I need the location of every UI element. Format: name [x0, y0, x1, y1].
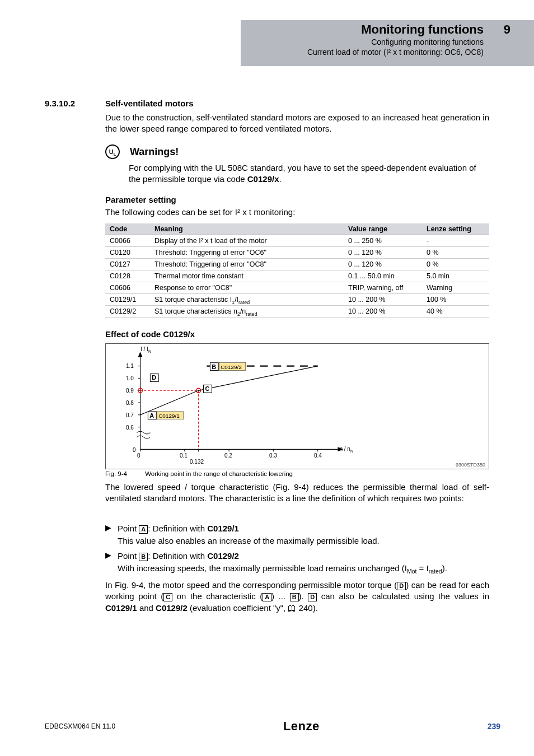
t: C0129/1	[207, 524, 239, 533]
sq-b: B	[139, 553, 148, 561]
xtick-extra: 0.132	[190, 459, 204, 465]
ytick: 1.0	[126, 375, 134, 381]
cell: 10 ... 200 %	[344, 306, 422, 318]
warnings-text-a: For complying with the UL 508C standard,…	[129, 163, 476, 184]
final-para: In Fig. 9-4, the motor speed and the cor…	[105, 580, 489, 614]
bullet-2-sub: With increasing speeds, the maximally pe…	[118, 563, 489, 574]
cell: C0120	[105, 247, 150, 259]
svg-text:C: C	[205, 385, 209, 392]
cell: S1 torque characteristic I1/Irated	[150, 294, 344, 306]
cell: C0127	[105, 259, 150, 270]
xtick: 0.1	[180, 452, 188, 459]
xtick: 0.3	[269, 452, 277, 459]
header-bar: Monitoring functions Configuring monitor…	[241, 20, 534, 66]
table-row: C0127Threshold: Triggering of error "OC8…	[105, 259, 489, 270]
cell: C0129/1	[105, 294, 150, 306]
table-header-row: Code Meaning Value range Lenze setting	[105, 223, 489, 235]
t: : Definition with	[148, 524, 207, 533]
header-sub1: Configuring monitoring functions	[249, 37, 484, 47]
xtick: 0	[137, 452, 140, 459]
t: Point	[118, 524, 139, 533]
ul-icon: UL	[105, 144, 120, 159]
xtick: 0.2	[224, 452, 232, 459]
th-setting: Lenze setting	[422, 223, 489, 235]
svg-text:A: A	[149, 412, 154, 419]
effect-block: Effect of code C0129/x	[105, 329, 489, 477]
t: : Definition with	[148, 551, 207, 561]
t: Point	[118, 551, 139, 561]
footer: EDBCSXM064 EN 11.0 Lenze 239	[45, 719, 500, 734]
svg-text:B: B	[212, 363, 216, 370]
cell: 100 %	[422, 294, 489, 306]
bullet-2: ▶ Point B: Definition with C0129/2	[105, 550, 489, 562]
doc-id: EDBCSXM064 EN 11.0	[45, 722, 115, 730]
t: C0129/2	[156, 603, 188, 613]
param-heading: Parameter setting	[105, 195, 489, 204]
ytick: 0.6	[126, 424, 134, 431]
t: on the characteristic (	[172, 591, 263, 601]
section-number: 9.3.10.2	[45, 99, 75, 108]
t: can also be calculated using the values …	[317, 591, 489, 601]
chart-ref: 9300STD350	[456, 462, 485, 468]
cell: Response to error "OC8"	[150, 282, 344, 294]
cell: S1 torque characteristics n2/nrated	[150, 306, 344, 318]
t: C0129/1	[105, 603, 137, 613]
svg-marker-1	[138, 352, 143, 357]
t: = I	[416, 563, 428, 573]
cell: 5.0 min	[422, 270, 489, 282]
fig-text: Working point in the range of characteri…	[145, 470, 293, 477]
table-row: C0129/2S1 torque characteristics n2/nrat…	[105, 306, 489, 318]
warnings-block: UL Warnings! For complying with the UL 5…	[105, 144, 489, 185]
cell: 40 %	[422, 306, 489, 318]
section-title: Self-ventilated motors	[105, 99, 489, 108]
ytick: 0.7	[126, 412, 134, 418]
chart-svg: A B C D C0129/1 C0129/2	[106, 344, 489, 469]
y-axis-label: I / IN	[140, 346, 151, 352]
cell: TRIP, warning, off	[344, 282, 422, 294]
cell: 0 ... 120 %	[344, 247, 422, 259]
sq-d2: D	[308, 593, 317, 601]
warnings-title: Warnings!	[130, 146, 179, 158]
warnings-text-b: .	[279, 174, 282, 184]
header-title: Monitoring functions	[249, 22, 484, 37]
cell: C0129/2	[105, 306, 150, 318]
bullets: ▶ Point A: Definition with C0129/1 This …	[105, 520, 489, 614]
ytick: 0.9	[126, 388, 134, 394]
t: With increasing speeds, the maximally pe…	[118, 563, 407, 573]
section-intro: Due to the construction, self-ventilated…	[105, 112, 489, 135]
sq-c: C	[163, 593, 172, 601]
xtick: 0.4	[314, 452, 322, 459]
bullet-icon: ▶	[105, 550, 118, 562]
cell: Warning	[422, 282, 489, 294]
lenze-logo: Lenze	[283, 719, 320, 734]
t: ).	[299, 591, 308, 601]
table-row: C0129/1S1 torque characteristic I1/Irate…	[105, 294, 489, 306]
cell: 0 %	[422, 247, 489, 259]
figure-caption: Fig. 9-4 Working point in the range of c…	[105, 470, 489, 477]
param-setting: Parameter setting The following codes ca…	[105, 195, 489, 318]
table-row: C0120Threshold: Triggering of error "OC6…	[105, 247, 489, 259]
ytick: 0.8	[126, 400, 134, 406]
sq-b2: B	[290, 593, 299, 601]
cell: 0 ... 120 %	[344, 259, 422, 270]
t: (evaluation coefficient "y", 🕮 240).	[188, 603, 318, 613]
sq-a2: A	[263, 593, 271, 601]
cell: C0128	[105, 270, 150, 282]
t: ) ...	[271, 591, 290, 601]
ytick0: 0	[133, 447, 136, 453]
chapter-number: 9	[504, 22, 510, 37]
sq-d: D	[397, 582, 406, 590]
table-row: C0066Display of the I² x t load of the m…	[105, 235, 489, 247]
param-table: Code Meaning Value range Lenze setting C…	[105, 223, 489, 318]
bullet-icon: ▶	[105, 523, 118, 534]
t: and	[137, 603, 156, 613]
t: In Fig. 9-4, the motor speed and the cor…	[105, 580, 397, 590]
cell: Threshold: Triggering of error "OC8"	[150, 259, 344, 270]
warnings-text: For complying with the UL 508C standard,…	[129, 162, 489, 185]
cell: Thermal motor time constant	[150, 270, 344, 282]
cell: 0 %	[422, 259, 489, 270]
th-meaning: Meaning	[150, 223, 344, 235]
cell: Threshold: Triggering of error "OC6"	[150, 247, 344, 259]
param-intro: The following codes can be set for I² x …	[105, 207, 489, 218]
chart: A B C D C0129/1 C0129/2 I / IN n / nN 1.…	[105, 343, 489, 469]
